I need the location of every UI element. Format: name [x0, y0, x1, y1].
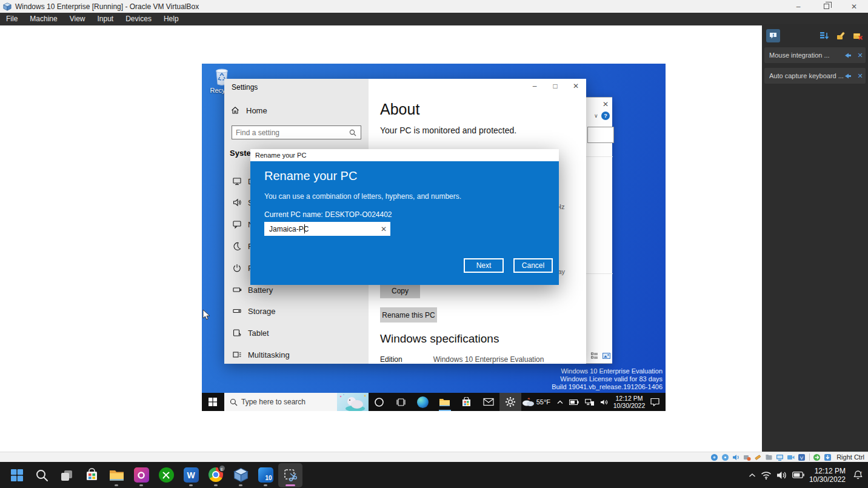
- menu-machine[interactable]: Machine: [24, 13, 63, 25]
- host-battery-icon[interactable]: [792, 472, 804, 478]
- recording-status-icon[interactable]: [786, 453, 795, 461]
- settings-search-box[interactable]: [232, 125, 361, 139]
- edge-icon[interactable]: [412, 393, 434, 411]
- sidebar-item-storage[interactable]: Storage: [224, 304, 369, 318]
- host-snipping-tool-button[interactable]: [278, 463, 302, 487]
- display-status-icon[interactable]: [775, 453, 784, 461]
- sidebar-item-label: Battery: [248, 286, 273, 295]
- rename-pc-dialog: Rename your PC Rename your PC You can us…: [250, 149, 559, 285]
- host-file-explorer-button[interactable]: [104, 463, 129, 487]
- host-close-button[interactable]: ✕: [840, 0, 868, 13]
- host-chrome-button[interactable]: E: [204, 463, 228, 487]
- running-indicator: [264, 484, 267, 486]
- menu-devices[interactable]: Devices: [119, 13, 158, 25]
- vm-volume-icon[interactable]: [600, 399, 609, 406]
- host-tray-chevron-up-icon[interactable]: [749, 473, 756, 478]
- shared-folders-status-icon[interactable]: [764, 453, 773, 461]
- copy-button[interactable]: Copy: [380, 284, 420, 298]
- weather-icon[interactable]: [521, 397, 535, 407]
- vm-battery-icon[interactable]: [569, 399, 579, 405]
- sidebar-item-multitasking[interactable]: Multitasking: [224, 347, 369, 362]
- usb-status-icon[interactable]: [753, 453, 763, 461]
- pin-notification-icon[interactable]: [845, 73, 855, 79]
- settings-maximize-button[interactable]: □: [550, 81, 561, 91]
- action-center-icon[interactable]: [650, 398, 659, 406]
- vm-network-icon[interactable]: [585, 399, 594, 406]
- notification-auto-capture[interactable]: Auto capture keyboard ... ✕: [764, 68, 866, 84]
- host-search-button[interactable]: [30, 463, 54, 487]
- host-wifi-icon[interactable]: [761, 471, 772, 480]
- host-word-button[interactable]: W: [179, 463, 203, 487]
- clear-input-icon[interactable]: ✕: [377, 225, 390, 233]
- network-status-icon[interactable]: [743, 453, 752, 461]
- keyboard-capture-status-icon[interactable]: [823, 453, 832, 461]
- notification-bubble-icon[interactable]: [766, 29, 780, 42]
- home-icon: [230, 105, 240, 115]
- vm-start-button[interactable]: [202, 393, 224, 411]
- settings-minimize-button[interactable]: –: [529, 81, 540, 91]
- menu-view[interactable]: View: [64, 13, 92, 25]
- host-notification-bell-icon[interactable]: z: [853, 470, 863, 480]
- protection-status-text: Your PC is monitored and protected.: [380, 125, 516, 135]
- host-minimize-button[interactable]: –: [784, 0, 812, 13]
- host-windows10-app-button[interactable]: 10: [253, 463, 278, 487]
- tray-chevron-up-icon[interactable]: [557, 400, 563, 404]
- mail-button[interactable]: [478, 393, 499, 411]
- task-view-button[interactable]: [390, 393, 412, 411]
- cancel-button[interactable]: Cancel: [513, 258, 553, 273]
- weather-temperature[interactable]: 55°F: [536, 398, 550, 406]
- chrome-profile-badge: E: [218, 464, 226, 472]
- background-window[interactable]: ✕ ∨ ?: [584, 97, 612, 364]
- host-xbox-button[interactable]: [154, 463, 178, 487]
- host-virtualbox-button[interactable]: [229, 463, 253, 487]
- pin-notification-icon[interactable]: [845, 53, 855, 58]
- host-restore-button[interactable]: [812, 0, 840, 13]
- host-store-button[interactable]: [79, 463, 104, 487]
- vm-clock[interactable]: 12:12 PM 10/30/2022: [612, 395, 647, 409]
- notification-mouse-integration[interactable]: Mouse integration ... ✕: [764, 47, 866, 63]
- thumbnail-view-icon[interactable]: [603, 352, 610, 359]
- mouse-integration-status-icon[interactable]: [812, 453, 821, 461]
- hard-disk-status-icon[interactable]: [710, 453, 719, 461]
- chevron-down-icon[interactable]: ∨: [594, 113, 598, 119]
- next-button[interactable]: Next: [464, 258, 504, 273]
- pc-name-input[interactable]: [264, 225, 377, 233]
- close-notification-icon[interactable]: ✕: [855, 72, 866, 80]
- background-window-close-icon[interactable]: ✕: [603, 100, 609, 109]
- windows-specifications-heading: Windows specifications: [380, 332, 499, 346]
- settings-search-input[interactable]: [232, 129, 349, 137]
- optical-drive-status-icon[interactable]: [721, 453, 730, 461]
- settings-close-button[interactable]: ✕: [570, 81, 581, 91]
- sort-notifications-icon[interactable]: [818, 30, 830, 41]
- search-highlight-image[interactable]: [337, 393, 369, 411]
- vm-search-box[interactable]: Type here to search: [224, 393, 369, 411]
- host-clock[interactable]: 12:12 PM 10/30/2022: [809, 467, 846, 484]
- host-start-button[interactable]: [5, 463, 29, 487]
- help-icon[interactable]: ?: [601, 112, 610, 120]
- sidebar-item-home[interactable]: Home: [230, 105, 267, 115]
- host-volume-icon[interactable]: [776, 471, 787, 480]
- delete-finished-icon[interactable]: [852, 30, 864, 41]
- restore-icon: [824, 4, 829, 9]
- audio-status-icon[interactable]: [732, 453, 741, 461]
- background-window-field[interactable]: [587, 127, 614, 143]
- file-explorer-button[interactable]: [434, 393, 456, 411]
- vm-features-status-icon[interactable]: V: [797, 453, 806, 461]
- menu-input[interactable]: Input: [92, 13, 120, 25]
- list-view-icon[interactable]: [591, 352, 598, 359]
- rename-this-pc-button[interactable]: Rename this PC: [380, 307, 437, 323]
- svg-text:V: V: [800, 455, 804, 460]
- keep-finished-icon[interactable]: [835, 30, 847, 41]
- settings-taskbar-button[interactable]: [499, 393, 521, 411]
- edition-value: Windows 10 Enterprise Evaluation: [433, 355, 544, 364]
- host-purple-app-button[interactable]: [129, 463, 153, 487]
- host-task-view-button[interactable]: [55, 463, 79, 487]
- vbox-notification-panel: Mouse integration ... ✕ Auto capture key…: [762, 24, 868, 452]
- close-notification-icon[interactable]: ✕: [855, 52, 866, 59]
- sidebar-item-tablet[interactable]: Tablet: [224, 326, 369, 340]
- vm-taskbar: Type here to search: [202, 393, 666, 411]
- menu-help[interactable]: Help: [158, 13, 185, 25]
- cortana-button[interactable]: [369, 393, 390, 411]
- menu-file[interactable]: File: [0, 13, 24, 25]
- store-button[interactable]: [456, 393, 478, 411]
